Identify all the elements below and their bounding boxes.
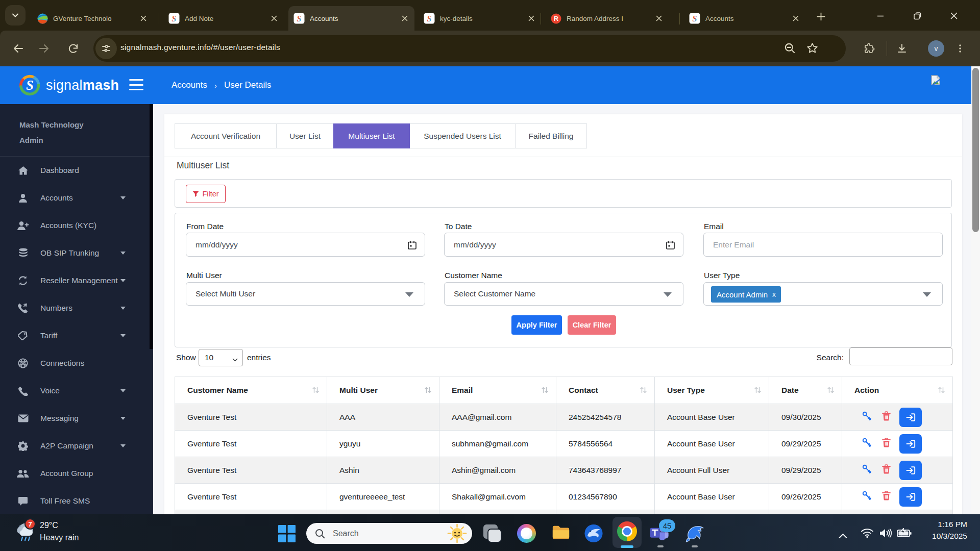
new-tab-button[interactable] bbox=[814, 9, 828, 23]
tab-close-icon[interactable] bbox=[400, 14, 409, 23]
sidebar-item-accounts-kyc[interactable]: Accounts (KYC) bbox=[0, 212, 150, 239]
tab-close-icon[interactable] bbox=[270, 14, 279, 23]
browser-tab-3-active[interactable]: SAccounts bbox=[288, 6, 414, 31]
file-explorer-button[interactable] bbox=[551, 523, 571, 543]
filter-button[interactable]: Filter bbox=[186, 185, 226, 203]
forward-button[interactable] bbox=[34, 39, 54, 58]
sidebar-item-ob-sip-trunking[interactable]: OB SIP Trunking bbox=[0, 239, 150, 267]
column-header-action[interactable]: Action bbox=[842, 377, 953, 404]
browser-menu-button[interactable] bbox=[950, 39, 970, 58]
sidebar-item-dashboard[interactable]: Dashboard bbox=[0, 157, 150, 184]
reload-button[interactable] bbox=[63, 39, 83, 58]
back-button[interactable] bbox=[9, 39, 28, 58]
dolphin-app-button[interactable] bbox=[685, 523, 704, 543]
sidebar-item-connections[interactable]: Connections bbox=[0, 349, 150, 377]
from-date-input[interactable]: mm/dd/yyyy bbox=[186, 233, 425, 257]
zoom-indicator-icon[interactable] bbox=[783, 41, 797, 57]
sidebar-item-account-group[interactable]: Account Group bbox=[0, 460, 150, 487]
delete-button[interactable] bbox=[882, 438, 891, 449]
user-type-chip[interactable]: Account Adminx bbox=[711, 286, 781, 303]
login-as-user-button[interactable] bbox=[899, 434, 922, 454]
customer-name-select[interactable]: Select Customer Name bbox=[444, 282, 683, 306]
window-restore-button[interactable] bbox=[905, 9, 929, 22]
reset-password-button[interactable] bbox=[862, 464, 872, 477]
site-settings-button[interactable] bbox=[95, 38, 117, 59]
sidebar-scrollbar[interactable] bbox=[150, 104, 153, 349]
tab-multiuser-list[interactable]: Multiuser List bbox=[333, 123, 410, 148]
tab-user-list[interactable]: User List bbox=[276, 123, 334, 148]
extensions-button[interactable] bbox=[860, 39, 879, 58]
task-view-button[interactable] bbox=[482, 523, 502, 543]
tab-close-icon[interactable] bbox=[527, 14, 536, 23]
taskbar-search[interactable]: Search bbox=[306, 523, 472, 544]
multi-user-select[interactable]: Select Multi User bbox=[186, 282, 425, 306]
taskbar-clock[interactable]: 1:16 PM 10/3/2025 bbox=[919, 518, 967, 542]
tray-battery-button[interactable] bbox=[897, 528, 912, 540]
sidebar-item-numbers[interactable]: Numbers bbox=[0, 294, 150, 322]
to-date-input[interactable]: mm/dd/yyyy bbox=[444, 233, 683, 257]
downloads-button[interactable] bbox=[892, 39, 912, 58]
user-type-select[interactable]: Account Adminx bbox=[703, 282, 943, 306]
taskbar-weather-widget[interactable]: 7 29°C Heavy rain bbox=[14, 520, 132, 545]
sidebar-item-a2p-campaign[interactable]: A2P Campaign bbox=[0, 432, 150, 460]
column-header-multi-user[interactable]: Multi User bbox=[327, 377, 439, 404]
sidebar-item-voice[interactable]: Voice bbox=[0, 377, 150, 405]
sidebar-item-tariff[interactable]: Tariff bbox=[0, 322, 150, 349]
tray-volume-button[interactable] bbox=[879, 528, 892, 540]
table-search-input[interactable] bbox=[849, 347, 952, 365]
clear-filter-button[interactable]: Clear Filter bbox=[568, 315, 616, 335]
window-minimize-button[interactable] bbox=[869, 9, 892, 22]
bookmark-button[interactable] bbox=[805, 41, 819, 57]
page-scrollbar[interactable] bbox=[971, 66, 980, 514]
browser-tab-6[interactable]: SAccounts bbox=[684, 6, 805, 31]
signalmash-logo[interactable]: S signalmash bbox=[18, 72, 135, 98]
browser-tab-2[interactable]: SAdd Note bbox=[163, 6, 284, 31]
browser-tab-1[interactable]: GVenture Technolo bbox=[32, 6, 153, 31]
page-scrollbar-thumb[interactable] bbox=[972, 68, 979, 232]
apply-filter-button[interactable]: Apply Filter bbox=[511, 315, 562, 335]
sidebar-toggle-button[interactable] bbox=[129, 79, 143, 90]
tray-wifi-button[interactable] bbox=[861, 528, 874, 540]
sidebar-item-accounts[interactable]: Accounts bbox=[0, 184, 150, 212]
sidebar-item-reseller-management[interactable]: Reseller Management bbox=[0, 267, 150, 294]
tray-expand-button[interactable] bbox=[839, 532, 847, 541]
tab-close-icon[interactable] bbox=[139, 14, 148, 23]
sidebar-item-messaging[interactable]: Messaging bbox=[0, 405, 150, 432]
address-bar[interactable]: signalmash.gventure.info/#/user/user-det… bbox=[93, 35, 846, 62]
tab-close-icon[interactable] bbox=[654, 14, 664, 23]
tab-search-button[interactable] bbox=[5, 5, 26, 26]
start-button[interactable] bbox=[278, 525, 296, 542]
tab-close-icon[interactable] bbox=[791, 14, 800, 23]
calendar-icon[interactable] bbox=[666, 240, 675, 252]
tab-failed-billing[interactable]: Failed Billing bbox=[515, 123, 587, 148]
email-input[interactable]: Enter Email bbox=[703, 233, 943, 257]
sidebar-item-toll-free-sms[interactable]: Toll Free SMS bbox=[0, 487, 150, 515]
column-header-contact[interactable]: Contact bbox=[556, 377, 655, 404]
login-as-user-button[interactable] bbox=[899, 408, 922, 427]
calendar-icon[interactable] bbox=[407, 240, 417, 252]
browser-tab-4[interactable]: Skyc-details bbox=[419, 6, 541, 31]
reset-password-button[interactable] bbox=[862, 490, 872, 503]
browser-tab-5[interactable]: RRandom Address I bbox=[545, 6, 669, 31]
reset-password-button[interactable] bbox=[862, 437, 872, 450]
tab-suspended-users-list[interactable]: Suspended Users List bbox=[409, 123, 516, 148]
reset-password-button[interactable] bbox=[862, 411, 872, 423]
tab-account-verification[interactable]: Account Verification bbox=[175, 123, 277, 148]
url-text[interactable]: signalmash.gventure.info/#/user/user-det… bbox=[120, 43, 280, 52]
profile-avatar[interactable]: v bbox=[928, 40, 944, 57]
window-close-button[interactable] bbox=[942, 9, 966, 22]
column-header-customer-name[interactable]: Customer Name bbox=[175, 377, 327, 404]
thunderbird-button[interactable] bbox=[584, 523, 603, 543]
entries-select[interactable]: 10 bbox=[199, 349, 243, 366]
delete-button[interactable] bbox=[882, 411, 891, 423]
copilot-button[interactable] bbox=[517, 523, 536, 543]
delete-button[interactable] bbox=[882, 491, 891, 503]
breadcrumb-accounts[interactable]: Accounts bbox=[172, 80, 207, 90]
delete-button[interactable] bbox=[882, 464, 891, 476]
chip-remove-icon[interactable]: x bbox=[772, 290, 776, 298]
login-as-user-button[interactable] bbox=[899, 487, 922, 507]
chrome-taskbar-highlight[interactable] bbox=[612, 517, 642, 548]
column-header-email[interactable]: Email bbox=[439, 377, 556, 404]
column-header-date[interactable]: Date bbox=[769, 377, 842, 404]
login-as-user-button[interactable] bbox=[899, 461, 922, 480]
